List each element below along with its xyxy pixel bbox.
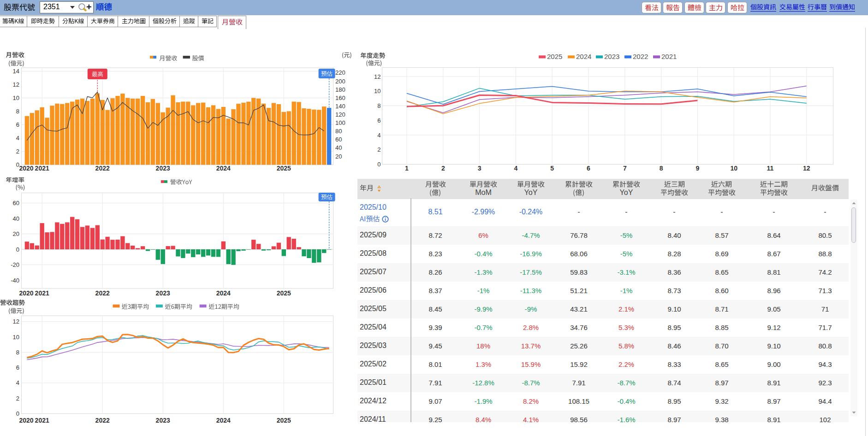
svg-text:12: 12 xyxy=(374,73,380,80)
svg-text:180: 180 xyxy=(335,86,345,93)
svg-text:-20: -20 xyxy=(11,261,19,268)
svg-text:8: 8 xyxy=(16,108,19,115)
svg-text:6: 6 xyxy=(16,364,19,371)
svg-text:2021: 2021 xyxy=(35,289,49,297)
svg-text:11: 11 xyxy=(767,165,774,172)
svg-text:2: 2 xyxy=(16,395,19,402)
svg-text:2023: 2023 xyxy=(156,165,170,172)
svg-text:-40: -40 xyxy=(11,277,19,284)
svg-text:2024: 2024 xyxy=(216,289,231,297)
svg-text:100: 100 xyxy=(335,119,345,126)
svg-text:2022: 2022 xyxy=(95,289,110,297)
svg-text:40: 40 xyxy=(335,144,342,151)
svg-text:2025: 2025 xyxy=(277,289,291,297)
svg-text:4: 4 xyxy=(16,379,19,386)
svg-text:4: 4 xyxy=(514,165,518,172)
svg-text:8: 8 xyxy=(377,102,380,109)
svg-text:2024: 2024 xyxy=(216,165,231,172)
svg-text:40: 40 xyxy=(13,215,19,222)
svg-text:10: 10 xyxy=(13,94,19,101)
svg-text:4: 4 xyxy=(16,135,19,141)
svg-text:9: 9 xyxy=(696,165,700,172)
svg-text:8: 8 xyxy=(660,165,663,172)
svg-text:2021: 2021 xyxy=(35,417,49,424)
svg-text:2024: 2024 xyxy=(216,417,231,424)
svg-text:1: 1 xyxy=(405,165,409,172)
svg-text:200: 200 xyxy=(335,78,345,85)
svg-text:12: 12 xyxy=(803,165,810,172)
svg-text:2: 2 xyxy=(441,165,445,172)
svg-text:60: 60 xyxy=(13,200,19,206)
svg-text:2021: 2021 xyxy=(661,53,677,60)
svg-text:7: 7 xyxy=(623,165,627,172)
svg-text:6: 6 xyxy=(377,117,380,124)
svg-text:2020: 2020 xyxy=(19,165,33,172)
svg-text:2023: 2023 xyxy=(604,53,619,60)
svg-text:2022: 2022 xyxy=(95,417,110,424)
svg-text:2022: 2022 xyxy=(633,53,648,60)
svg-text:2: 2 xyxy=(16,148,19,155)
svg-text:6: 6 xyxy=(587,165,590,172)
svg-text:2025: 2025 xyxy=(547,53,562,60)
svg-text:14: 14 xyxy=(13,68,19,75)
svg-text:10: 10 xyxy=(13,334,19,341)
svg-text:0: 0 xyxy=(16,246,19,253)
svg-text:3: 3 xyxy=(478,165,482,172)
svg-text:220: 220 xyxy=(335,69,345,76)
svg-text:2024: 2024 xyxy=(576,53,591,60)
svg-text:5: 5 xyxy=(550,165,554,172)
svg-text:140: 140 xyxy=(335,103,345,110)
svg-text:6: 6 xyxy=(16,121,19,128)
svg-text:10: 10 xyxy=(730,165,737,172)
svg-text:20: 20 xyxy=(335,153,342,160)
svg-text:2023: 2023 xyxy=(156,289,170,297)
svg-text:0: 0 xyxy=(377,161,380,168)
svg-text:60: 60 xyxy=(335,136,342,143)
svg-text:8: 8 xyxy=(16,349,19,356)
svg-text:10: 10 xyxy=(374,88,380,94)
svg-text:4: 4 xyxy=(377,132,380,139)
svg-text:120: 120 xyxy=(335,111,345,118)
svg-text:2022: 2022 xyxy=(95,165,110,172)
svg-text:0: 0 xyxy=(16,410,19,417)
svg-text:2020: 2020 xyxy=(19,289,33,297)
svg-text:2025: 2025 xyxy=(277,165,291,172)
svg-text:12: 12 xyxy=(13,81,19,88)
svg-text:12: 12 xyxy=(13,318,19,325)
svg-text:80: 80 xyxy=(335,128,342,135)
svg-text:160: 160 xyxy=(335,94,345,101)
svg-text:20: 20 xyxy=(13,230,19,237)
svg-text:2020: 2020 xyxy=(19,417,33,424)
svg-text:2: 2 xyxy=(377,146,380,153)
svg-text:2025: 2025 xyxy=(277,417,291,424)
svg-text:2021: 2021 xyxy=(35,165,49,172)
svg-text:2023: 2023 xyxy=(156,417,170,424)
